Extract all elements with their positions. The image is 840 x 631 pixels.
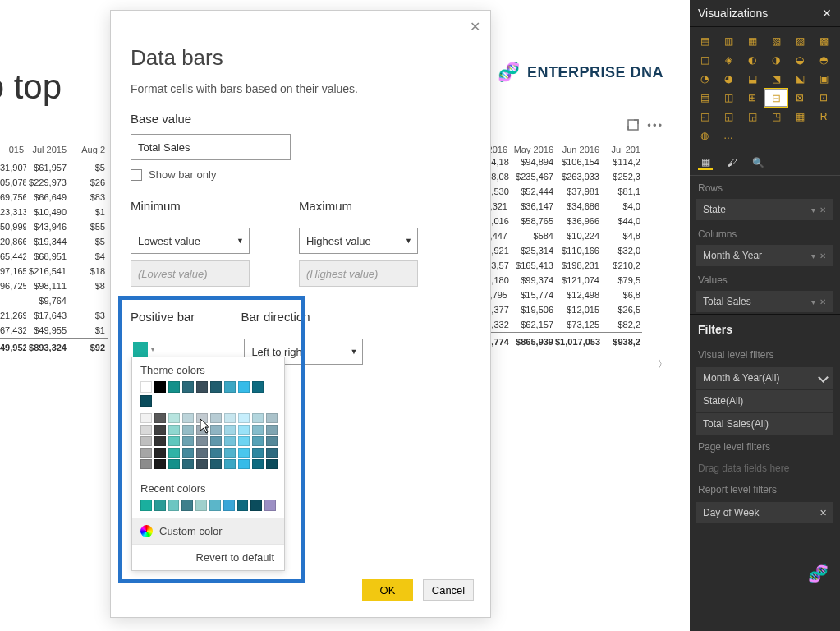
- color-swatch[interactable]: [266, 425, 278, 435]
- focus-mode-icon[interactable]: [627, 119, 639, 131]
- viz-type-icon[interactable]: ◰: [693, 108, 716, 126]
- viz-type-icon[interactable]: ◳: [764, 108, 787, 126]
- color-swatch[interactable]: [182, 381, 194, 393]
- viz-type-icon[interactable]: ▨: [788, 32, 811, 50]
- color-swatch[interactable]: [264, 500, 276, 511]
- color-swatch[interactable]: [224, 413, 236, 423]
- color-swatch[interactable]: [252, 448, 264, 458]
- color-swatch[interactable]: [237, 500, 249, 511]
- color-swatch[interactable]: [210, 436, 222, 446]
- color-swatch[interactable]: [252, 459, 264, 469]
- ok-button[interactable]: OK: [362, 579, 413, 601]
- color-swatch[interactable]: [238, 436, 250, 446]
- color-swatch[interactable]: [209, 500, 221, 511]
- color-swatch[interactable]: [252, 381, 264, 393]
- viz-type-icon[interactable]: ◈: [717, 51, 740, 69]
- more-options-icon[interactable]: •••: [647, 119, 663, 131]
- viz-type-icon[interactable]: ◍: [693, 127, 716, 145]
- color-swatch[interactable]: [210, 413, 222, 423]
- color-swatch[interactable]: [238, 413, 250, 423]
- color-swatch[interactable]: [140, 448, 152, 458]
- viz-type-icon[interactable]: ◱: [717, 108, 740, 126]
- viz-type-icon[interactable]: ▩: [812, 32, 835, 50]
- cancel-button[interactable]: Cancel: [423, 579, 474, 601]
- color-swatch[interactable]: [168, 448, 180, 458]
- viz-type-icon[interactable]: ▦: [788, 108, 811, 126]
- color-swatch[interactable]: [181, 500, 193, 511]
- color-swatch[interactable]: [182, 425, 194, 435]
- filter-day-of-week[interactable]: Day of Week✕: [696, 502, 833, 523]
- values-field-well[interactable]: Total Sales▾ ✕: [696, 291, 833, 312]
- color-swatch[interactable]: [238, 459, 250, 469]
- color-swatch[interactable]: [168, 436, 180, 446]
- color-swatch[interactable]: [224, 436, 236, 446]
- filter-month-year[interactable]: Month & Year(All): [696, 367, 833, 389]
- color-swatch[interactable]: [210, 425, 222, 435]
- format-tab-icon[interactable]: 🖌: [724, 155, 739, 170]
- color-swatch[interactable]: [266, 436, 278, 446]
- viz-type-icon[interactable]: ◐: [741, 51, 764, 69]
- viz-type-icon[interactable]: ▧: [764, 32, 787, 50]
- drag-fields-hint[interactable]: Drag data fields here: [690, 458, 840, 479]
- color-swatch[interactable]: [196, 448, 208, 458]
- revert-to-default-button[interactable]: Revert to default: [132, 544, 284, 570]
- color-swatch[interactable]: [140, 436, 152, 446]
- color-swatch[interactable]: [182, 448, 194, 458]
- color-swatch[interactable]: [238, 448, 250, 458]
- color-swatch[interactable]: [168, 425, 180, 435]
- color-swatch[interactable]: [196, 459, 208, 469]
- viz-type-icon[interactable]: ◑: [764, 51, 787, 69]
- rows-field-well[interactable]: State▾ ✕: [696, 199, 833, 220]
- close-icon[interactable]: ✕: [819, 508, 827, 518]
- color-swatch[interactable]: [140, 413, 152, 423]
- color-swatch[interactable]: [224, 459, 236, 469]
- viz-type-icon[interactable]: ⊠: [788, 89, 811, 107]
- close-icon[interactable]: ✕: [467, 19, 482, 34]
- color-swatch[interactable]: [140, 425, 152, 435]
- color-swatch[interactable]: [154, 425, 166, 435]
- color-swatch[interactable]: [154, 436, 166, 446]
- color-swatch[interactable]: [154, 413, 166, 423]
- base-value-select[interactable]: Total Sales: [131, 134, 291, 160]
- color-swatch[interactable]: [252, 425, 264, 435]
- viz-type-icon[interactable]: …: [717, 127, 740, 145]
- filter-total-sales[interactable]: Total Sales(All): [696, 413, 833, 435]
- close-icon[interactable]: ✕: [822, 7, 832, 20]
- color-swatch[interactable]: [195, 500, 207, 511]
- color-swatch[interactable]: [154, 381, 166, 393]
- color-swatch[interactable]: [168, 381, 180, 393]
- color-swatch[interactable]: [168, 413, 180, 423]
- scroll-right-icon[interactable]: 〉: [658, 357, 668, 371]
- color-swatch[interactable]: [140, 459, 152, 469]
- color-swatch[interactable]: [182, 436, 194, 446]
- color-swatch[interactable]: [154, 459, 166, 469]
- color-swatch[interactable]: [182, 459, 194, 469]
- color-swatch[interactable]: [250, 500, 262, 511]
- viz-type-icon[interactable]: ◓: [812, 51, 835, 69]
- viz-type-icon[interactable]: ◫: [717, 89, 740, 107]
- color-swatch[interactable]: [140, 395, 152, 407]
- viz-type-icon[interactable]: ▣: [812, 70, 835, 88]
- color-swatch[interactable]: [154, 500, 166, 511]
- viz-type-icon[interactable]: ◔: [693, 70, 716, 88]
- color-swatch[interactable]: [266, 413, 278, 423]
- color-swatch[interactable]: [168, 459, 180, 469]
- color-swatch[interactable]: [140, 381, 152, 393]
- viz-type-icon[interactable]: ⬔: [764, 70, 787, 88]
- color-swatch[interactable]: [168, 500, 180, 511]
- viz-type-icon[interactable]: ▥: [717, 32, 740, 50]
- color-swatch[interactable]: [266, 459, 278, 469]
- viz-type-icon[interactable]: ▦: [741, 32, 764, 50]
- color-swatch[interactable]: [223, 500, 235, 511]
- color-swatch[interactable]: [224, 381, 236, 393]
- columns-field-well[interactable]: Month & Year▾ ✕: [696, 245, 833, 266]
- viz-type-icon[interactable]: ◲: [741, 108, 764, 126]
- color-swatch[interactable]: [238, 381, 250, 393]
- maximum-mode-select[interactable]: Highest value▼: [299, 228, 418, 254]
- color-swatch[interactable]: [182, 413, 194, 423]
- color-swatch[interactable]: [210, 381, 222, 393]
- color-swatch[interactable]: [238, 425, 250, 435]
- color-swatch[interactable]: [210, 448, 222, 458]
- custom-color-button[interactable]: Custom color: [132, 518, 284, 544]
- color-swatch[interactable]: [224, 448, 236, 458]
